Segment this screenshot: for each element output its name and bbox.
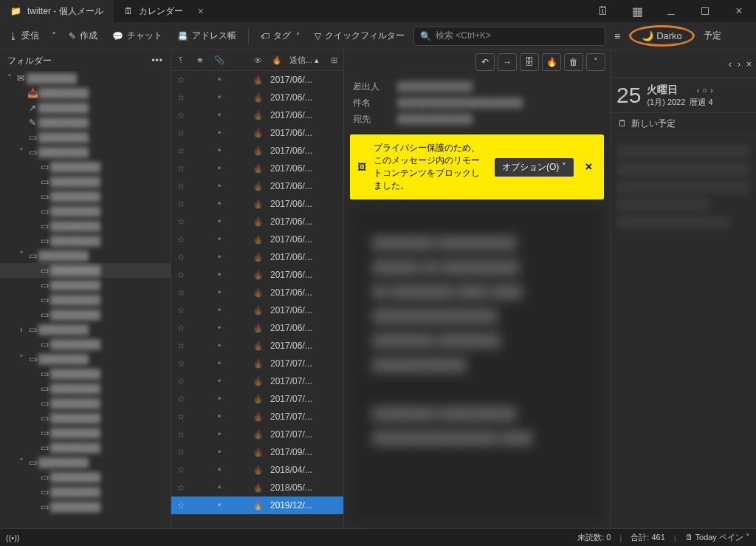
folder-item[interactable]: ▭████████ <box>0 485 171 499</box>
twisty-icon[interactable]: ˅ <box>16 354 27 364</box>
folder-item[interactable]: ▭████████ <box>0 337 171 352</box>
event-item[interactable] <box>616 145 750 158</box>
folder-item[interactable]: 📥████████ <box>0 86 171 100</box>
message-row[interactable]: ☆•🔥2017/06/... <box>171 248 343 266</box>
star-icon[interactable]: ☆ <box>171 305 190 315</box>
quickfilter-button[interactable]: ▽クイックフィルター <box>309 27 410 45</box>
star-icon[interactable]: ☆ <box>171 181 190 191</box>
folder-item[interactable]: ▭████████ <box>0 440 171 455</box>
message-row[interactable]: ☆•🔥2017/06/... <box>171 177 343 195</box>
star-icon[interactable]: ☆ <box>171 412 190 422</box>
folder-item[interactable]: ▭████████ <box>0 263 171 278</box>
cal-next-icon[interactable]: › <box>738 59 740 69</box>
cal-day-prev-icon[interactable]: ‹ <box>697 86 700 95</box>
minimize-button[interactable] <box>654 0 688 22</box>
message-row[interactable]: ☆•🔥2017/07/... <box>171 408 343 426</box>
message-row[interactable]: ☆•🔥2017/06/... <box>171 284 343 301</box>
folder-item[interactable]: ▭████████ <box>0 130 171 145</box>
message-row[interactable]: ☆•🔥2017/06/... <box>171 160 343 177</box>
message-row[interactable]: ☆•🔥2017/06/... <box>171 231 343 248</box>
calendar-today-icon[interactable]: 🗓 <box>586 0 620 22</box>
event-item[interactable] <box>616 163 750 176</box>
close-button[interactable]: × <box>722 0 756 22</box>
twisty-icon[interactable]: ˅ <box>16 250 27 261</box>
folder-item[interactable]: ˅▭████████ <box>0 352 171 366</box>
star-icon[interactable]: ☆ <box>171 128 190 138</box>
folder-item[interactable]: ▭████████ <box>0 189 171 204</box>
kebab-icon[interactable]: ••• <box>151 55 163 66</box>
folder-item[interactable]: ▭████████ <box>0 307 171 322</box>
tab-calendar[interactable]: 🗓 カレンダー × <box>114 0 214 22</box>
options-button[interactable]: オプション(O) ˅ <box>495 158 574 177</box>
compose-button[interactable]: ✎作成 <box>63 27 103 45</box>
folder-item[interactable]: ▭████████ <box>0 174 171 189</box>
cal-close-icon[interactable]: × <box>746 59 752 69</box>
twisty-icon[interactable]: › <box>16 324 27 335</box>
message-row[interactable]: ☆•🔥2017/06/... <box>171 213 343 231</box>
new-event-button[interactable]: 🗒 新しい予定 <box>611 112 756 134</box>
star-icon[interactable]: ☆ <box>171 146 190 156</box>
folder-item[interactable]: ˅▭████████ <box>0 248 171 263</box>
folder-item[interactable]: ↗████████ <box>0 100 171 115</box>
receive-dropdown[interactable]: ˅ <box>48 28 60 44</box>
event-item[interactable] <box>616 180 750 194</box>
event-item[interactable] <box>616 198 710 211</box>
star-icon[interactable]: ☆ <box>171 163 190 174</box>
search-input[interactable]: 🔍 検索 <Ctrl+K> <box>413 27 605 46</box>
star-icon[interactable]: ☆ <box>171 75 190 85</box>
folder-item[interactable]: ▭████████ <box>0 426 171 440</box>
receive-button[interactable]: ⭳受信 <box>3 27 45 45</box>
menu-button[interactable]: ≡ <box>608 27 626 45</box>
folder-item[interactable]: ▭████████ <box>0 204 171 219</box>
junk-button[interactable]: 🔥 <box>542 53 561 71</box>
star-icon[interactable]: ☆ <box>171 358 190 369</box>
twisty-icon[interactable]: ˅ <box>16 147 27 157</box>
star-icon[interactable]: ☆ <box>171 341 190 351</box>
message-row[interactable]: ☆•🔥2017/07/... <box>171 390 343 408</box>
message-row[interactable]: ☆•🔥2018/05/... <box>171 479 343 496</box>
message-row[interactable]: ☆•🔥2017/06/... <box>171 142 343 160</box>
star-icon[interactable]: ☆ <box>171 216 190 227</box>
message-row[interactable]: ☆•🔥2017/06/... <box>171 301 343 319</box>
thread-col-icon[interactable]: ⸮ <box>171 55 190 65</box>
folder-item[interactable]: ▭████████ <box>0 366 171 381</box>
cal-day-next-icon[interactable]: › <box>710 86 713 95</box>
star-col-icon[interactable]: ★ <box>190 55 210 65</box>
chat-button[interactable]: 💬チャット <box>106 27 168 45</box>
folder-item[interactable]: ˅▭████████ <box>0 455 171 470</box>
maximize-button[interactable] <box>688 0 722 22</box>
online-icon[interactable]: ((•)) <box>6 533 20 542</box>
star-icon[interactable]: ☆ <box>171 199 190 209</box>
delete-button[interactable]: 🗑 <box>564 53 583 71</box>
message-row[interactable]: ☆•🔥2017/06/... <box>171 195 343 213</box>
star-icon[interactable]: ☆ <box>171 323 190 333</box>
folder-item[interactable]: ▭████████ <box>0 293 171 307</box>
addressbook-button[interactable]: 📇アドレス帳 <box>171 27 242 45</box>
folder-item[interactable]: ˅✉████████ <box>0 71 171 86</box>
message-row[interactable]: ☆•🔥2017/07/... <box>171 355 343 372</box>
message-row[interactable]: ☆•🔥2017/06/... <box>171 124 343 142</box>
folder-item[interactable]: ▭████████ <box>0 470 171 485</box>
archive-button[interactable]: 🗄 <box>520 53 539 71</box>
folder-item[interactable]: ▭████████ <box>0 233 171 248</box>
folder-item[interactable]: ˅▭████████ <box>0 145 171 160</box>
folder-item[interactable]: ▭████████ <box>0 160 171 174</box>
tag-button[interactable]: 🏷タグ˅ <box>255 27 306 45</box>
star-icon[interactable]: ☆ <box>171 110 190 120</box>
today-pane-toggle[interactable]: 🗓 Today ペイン ˅ <box>685 532 750 543</box>
folder-item[interactable]: ▭████████ <box>0 411 171 426</box>
star-icon[interactable]: ☆ <box>171 447 190 457</box>
star-icon[interactable]: ☆ <box>171 465 190 475</box>
twisty-icon[interactable]: ˅ <box>16 457 27 468</box>
cal-prev-icon[interactable]: ‹ <box>729 59 732 69</box>
message-row[interactable]: ☆•🔥2017/06/... <box>171 266 343 284</box>
close-notification-button[interactable]: × <box>581 160 597 174</box>
message-row[interactable]: ☆•🔥2017/06/... <box>171 337 343 355</box>
calendar-schedule-button[interactable]: 予定 <box>698 27 727 45</box>
folder-item[interactable]: ▭████████ <box>0 499 171 514</box>
correspondent-col-icon[interactable]: 👁 <box>248 56 267 65</box>
message-row[interactable]: ☆•🔥2017/06/... <box>171 89 343 106</box>
star-icon[interactable]: ☆ <box>171 234 190 245</box>
folder-item[interactable]: ▭████████ <box>0 219 171 233</box>
star-icon[interactable]: ☆ <box>171 394 190 404</box>
